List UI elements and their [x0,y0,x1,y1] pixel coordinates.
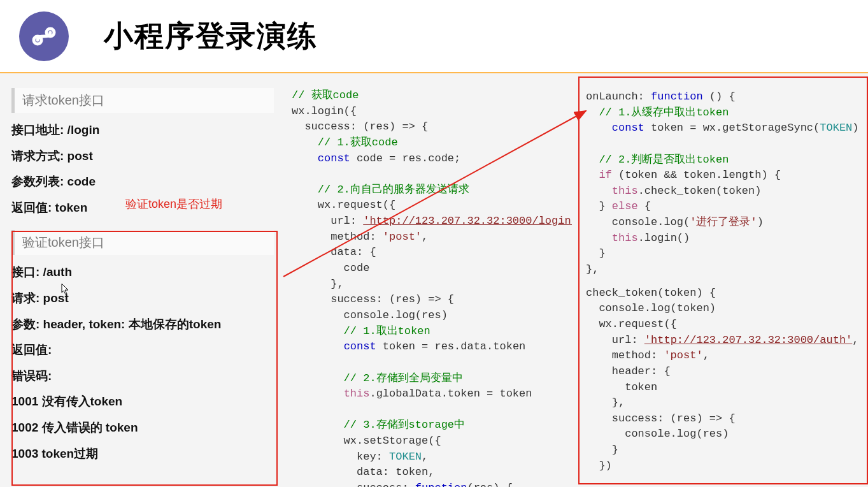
verify-token-section-header: 验证token接口 [11,230,274,255]
page-title: 小程序登录演练 [104,17,318,56]
error-code-header: 错误码: [11,368,274,385]
verify-api-address: 接口: /auth [11,264,274,281]
checktoken-code-block: check_token(token) { console.log(token) … [586,286,860,474]
onlaunch-code-panel: onLaunch: function () { // 1.从缓存中取出token… [578,76,868,484]
request-token-section-header: 请求token接口 [11,88,274,113]
api-params: 参数列表: code [11,173,274,191]
login-code-panel: // 获取code wx.login({ success: (res) => {… [285,76,578,487]
api-method: 请求方式: post [11,148,274,165]
api-doc-panel: 请求token接口 接口地址: /login 请求方式: post 参数列表: … [0,76,285,487]
api-address: 接口地址: /login [11,122,274,139]
login-code-block: // 获取code wx.login({ success: (res) => {… [292,88,572,487]
red-annotation-label: 验证token是否过期 [125,196,222,212]
cursor-icon [61,283,71,296]
main-content: 请求token接口 接口地址: /login 请求方式: post 参数列表: … [0,76,868,487]
error-1003: 1003 token过期 [11,446,274,463]
verify-api-params: 参数: header, token: 本地保存的token [11,316,274,333]
header: 小程序登录演练 [0,0,868,73]
error-1002: 1002 传入错误的 token [11,419,274,437]
onlaunch-code-block: onLaunch: function () { // 1.从缓存中取出token… [586,89,860,278]
verify-api-method: 请求: post [11,290,274,307]
verify-api-return: 返回值: [11,342,274,359]
wechat-mini-logo-icon [19,11,69,61]
error-1001: 1001 没有传入token [11,393,274,411]
